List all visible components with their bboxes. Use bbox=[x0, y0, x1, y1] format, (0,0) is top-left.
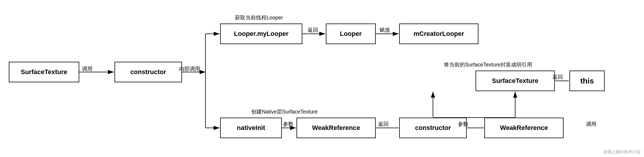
label-fanhui1: 返回 bbox=[308, 26, 318, 34]
label-fuzhi: 赋值 bbox=[380, 26, 390, 34]
node-weakreference2: WeakReference bbox=[484, 118, 564, 138]
watermark: @掘上掘论技术计划 bbox=[603, 149, 640, 155]
label-jiaruanruo: 将当前的SurfaceTexture封装成弱引用 bbox=[444, 61, 532, 68]
node-constructor2: constructor bbox=[399, 118, 467, 138]
node-this: this bbox=[569, 71, 605, 91]
node-constructor1: constructor bbox=[114, 62, 182, 82]
label-canshu2: 参数 bbox=[458, 121, 468, 128]
diagram: SurfaceTexture constructor Looper.myLoop… bbox=[0, 0, 644, 157]
node-nativeinit: nativeInit bbox=[220, 118, 282, 138]
label-fanhui2: 返回 bbox=[552, 74, 563, 81]
label-chuangjian: 创建Native层SurfaceTexture bbox=[251, 108, 318, 115]
label-diaoyong1: 调用 bbox=[82, 65, 92, 72]
node-looper: Looper bbox=[326, 24, 376, 44]
label-diaoyong2: 调用 bbox=[586, 121, 596, 128]
node-surfacetexture1: SurfaceTexture bbox=[9, 62, 79, 82]
node-surfacetexture2: SurfaceTexture bbox=[476, 71, 555, 91]
label-huoqu: 获取当前线程Looper bbox=[235, 14, 283, 21]
node-mcreatorlooper: mCreatorLooper bbox=[399, 24, 478, 44]
label-neibut: 内部调用 bbox=[179, 65, 200, 72]
label-canshu1: 参数 bbox=[283, 121, 294, 128]
node-looper-mylooper: Looper.myLooper bbox=[220, 24, 302, 44]
label-fanhui3: 返回 bbox=[378, 121, 389, 128]
node-weakreference1: WeakReference bbox=[296, 118, 376, 138]
